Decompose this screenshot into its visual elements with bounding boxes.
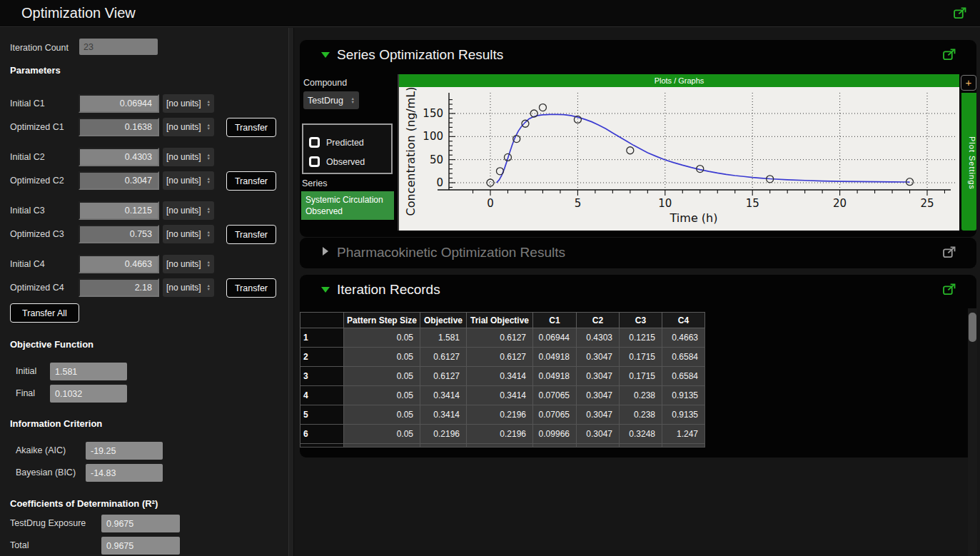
main-area: Series Optimization Results Compound Tes… — [294, 28, 980, 556]
units-dropdown[interactable]: [no units]▲▼ — [163, 171, 214, 190]
plot-settings-tab[interactable]: Plot Settings — [961, 93, 976, 231]
units-dropdown[interactable]: [no units]▲▼ — [163, 201, 214, 220]
axis-labels: 0501001500510152025Time (h)Concentration… — [404, 87, 934, 225]
panel-header: Iteration Records — [300, 275, 976, 305]
y-axis-label: Concentration (ng/mL) — [404, 87, 418, 216]
units-dropdown[interactable]: [no units]▲▼ — [163, 255, 214, 273]
svg-text:25: 25 — [920, 197, 934, 210]
collapse-icon[interactable] — [321, 287, 330, 293]
r2-total-field[interactable] — [101, 537, 180, 555]
parameters-header: Parameters — [10, 65, 61, 76]
transfer-button[interactable]: Transfer — [226, 278, 276, 298]
spinner-icon: ▲▼ — [207, 123, 211, 131]
plot-title: Plots / Graphs — [399, 74, 959, 87]
units-dropdown[interactable]: [no units]▲▼ — [163, 118, 214, 136]
units-dropdown[interactable]: [no units]▲▼ — [163, 148, 214, 166]
observed-checkbox[interactable]: Observed — [309, 156, 365, 167]
concentration-time-plot[interactable]: 0501001500510152025Time (h)Concentration… — [399, 87, 959, 231]
compound-label: Compound — [303, 78, 347, 88]
param-row: Initial C1[no units]▲▼ — [0, 94, 288, 113]
param-label: Optimized C4 — [10, 283, 64, 293]
table-row[interactable]: 60.050.21960.21960.099660.30470.32481.24… — [300, 425, 705, 444]
param-field[interactable] — [79, 171, 159, 190]
iteration-count-field[interactable] — [79, 39, 158, 55]
transfer-all-button[interactable]: Transfer All — [10, 303, 79, 323]
r2-exposure-label: TestDrug Exposure — [10, 518, 86, 528]
svg-text:100: 100 — [423, 130, 443, 143]
expand-icon[interactable] — [323, 247, 328, 256]
compound-dropdown[interactable]: TestDrug ▲▼ — [303, 91, 359, 109]
param-field[interactable] — [79, 148, 159, 166]
table-cell: 0.05 — [344, 367, 420, 386]
table-cell: 0.06944 — [533, 328, 577, 348]
aic-field[interactable] — [86, 442, 163, 460]
param-field[interactable] — [79, 94, 159, 113]
predicted-line — [497, 114, 910, 183]
compound-value: TestDrug — [308, 96, 343, 106]
svg-text:150: 150 — [423, 107, 443, 120]
svg-text:5: 5 — [575, 197, 582, 210]
popout-icon[interactable] — [942, 48, 956, 61]
corner-cell — [300, 313, 344, 328]
column-header[interactable]: C1 — [533, 313, 577, 328]
param-row: Initial C2[no units]▲▼ — [0, 148, 288, 166]
table-cell: 0.3047 — [577, 405, 620, 425]
units-dropdown[interactable]: [no units]▲▼ — [163, 94, 214, 113]
units-dropdown[interactable]: [no units]▲▼ — [163, 278, 214, 297]
table-cell: 0.6127 — [467, 328, 533, 348]
table-cell: 0.238 — [620, 405, 662, 425]
grid — [449, 93, 956, 190]
param-row: Optimized C4[no units]▲▼Transfer — [0, 278, 288, 297]
scrollbar-track[interactable] — [968, 308, 977, 556]
table-row[interactable]: 30.050.61270.34140.049180.30470.17150.65… — [300, 367, 705, 386]
popout-icon[interactable] — [942, 283, 956, 296]
series-item-selected[interactable]: Systemic Circulation Observed — [301, 191, 394, 220]
units-dropdown[interactable]: [no units]▲▼ — [163, 225, 214, 243]
column-header[interactable]: C4 — [662, 313, 705, 328]
collapse-icon[interactable] — [321, 52, 330, 58]
table-row[interactable]: 20.050.61270.61270.049180.30470.17150.65… — [300, 348, 705, 367]
table-cell: 0.9135 — [662, 386, 705, 405]
bic-field[interactable] — [86, 464, 163, 482]
table-cell: 0.09966 — [533, 425, 577, 444]
column-header[interactable]: C3 — [620, 313, 662, 328]
table-row-partial — [300, 444, 705, 448]
table-cell: 0.3248 — [620, 425, 662, 444]
observed-points — [487, 104, 914, 186]
objective-final-label: Final — [16, 388, 35, 398]
objective-initial-label: Initial — [16, 366, 36, 376]
table-cell: 0.3414 — [467, 386, 533, 405]
r2-exposure-field[interactable] — [101, 515, 180, 532]
table-cell: 0.04918 — [533, 348, 577, 367]
scrollbar-thumb[interactable] — [969, 313, 976, 342]
param-field[interactable] — [79, 201, 159, 220]
panel-header: Series Optimization Results — [300, 40, 976, 70]
objective-initial-field[interactable] — [50, 363, 127, 380]
spinner-icon: ▲▼ — [207, 207, 211, 214]
transfer-button[interactable]: Transfer — [226, 171, 276, 191]
table-cell: 0.2196 — [467, 425, 533, 444]
panel-splitter[interactable] — [288, 28, 294, 556]
predicted-checkbox[interactable]: Predicted — [309, 137, 364, 148]
table-row[interactable]: 40.050.34140.34140.070650.30470.2380.913… — [300, 386, 705, 405]
popout-icon[interactable] — [942, 246, 956, 259]
series-label: Series — [302, 178, 327, 188]
plot-container: Plots / Graphs 0501001500510152025Time (… — [398, 74, 958, 231]
param-field[interactable] — [79, 225, 159, 243]
table-row[interactable]: 10.051.5810.61270.069440.43030.12150.466… — [300, 328, 705, 348]
objective-final-field[interactable] — [50, 385, 127, 403]
table-row[interactable]: 50.050.34140.21960.070650.30470.2380.913… — [300, 405, 705, 425]
column-header[interactable]: C2 — [577, 313, 620, 328]
transfer-button[interactable]: Transfer — [226, 118, 276, 137]
param-field[interactable] — [79, 118, 159, 136]
param-field[interactable] — [79, 255, 159, 273]
param-label: Initial C2 — [10, 152, 45, 162]
param-row: Optimized C2[no units]▲▼Transfer — [0, 171, 288, 190]
param-field[interactable] — [79, 278, 159, 297]
add-plot-button[interactable]: + — [961, 75, 976, 91]
transfer-button[interactable]: Transfer — [226, 225, 276, 244]
column-header[interactable]: Trial Objective — [467, 313, 533, 328]
popout-icon[interactable] — [953, 6, 967, 20]
column-header[interactable]: Objective — [420, 313, 467, 328]
column-header[interactable]: Pattern Step Size — [344, 313, 420, 328]
